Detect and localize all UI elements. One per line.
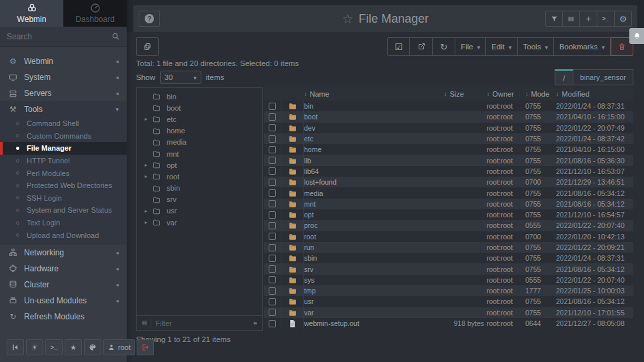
row-checkbox[interactable] xyxy=(269,287,276,295)
row-checkbox[interactable] xyxy=(269,233,276,240)
tree-item[interactable]: var xyxy=(137,217,262,228)
table-row[interactable]: bin root:root 0755 2022/01/24 - 08:37:31 xyxy=(264,101,633,111)
sidebar-item-refresh-modules[interactable]: ↻ Refresh Modules xyxy=(0,309,127,325)
tools-menu-button[interactable]: Tools xyxy=(518,37,554,56)
tree-expand-icon[interactable] xyxy=(145,116,153,122)
file-name[interactable]: media xyxy=(304,189,444,197)
file-name[interactable]: sys xyxy=(304,276,444,284)
table-row[interactable]: mnt root:root 0755 2021/08/16 - 05:34:12 xyxy=(264,199,633,209)
sidebar-item-webmin[interactable]: ⚙ Webmin ◂ xyxy=(0,53,127,69)
column-header-name[interactable]: Name xyxy=(304,90,444,98)
filter-button[interactable] xyxy=(545,11,563,27)
table-row[interactable]: root root:root 0700 2022/01/20 - 10:42:1… xyxy=(264,231,633,242)
columns-button[interactable] xyxy=(563,11,580,27)
sidebar-item-tools[interactable]: ⚒ Tools xyxy=(0,101,127,117)
table-row[interactable]: lib64 root:root 0755 2021/12/10 - 16:53:… xyxy=(264,166,633,177)
file-name[interactable]: srv xyxy=(304,265,444,273)
row-checkbox[interactable] xyxy=(269,255,276,262)
sidebar-subitem[interactable]: Protected Web Directories xyxy=(0,179,127,192)
logout-button[interactable] xyxy=(137,339,154,355)
tree-item[interactable]: sbin xyxy=(137,183,262,194)
table-row[interactable]: boot root:root 0755 2021/04/10 - 16:15:0… xyxy=(264,111,633,122)
row-checkbox[interactable] xyxy=(269,146,276,153)
row-checkbox[interactable] xyxy=(269,298,276,305)
row-checkbox[interactable] xyxy=(269,103,276,110)
tree-item[interactable]: media xyxy=(137,137,262,148)
tree-item[interactable]: opt xyxy=(137,159,262,171)
sidebar-subitem[interactable]: SSH Login xyxy=(0,192,127,205)
file-name[interactable]: usr xyxy=(304,297,444,305)
collapse-sidebar-button[interactable] xyxy=(7,339,24,355)
table-row[interactable]: home root:root 0755 2021/04/10 - 16:15:0… xyxy=(264,144,633,155)
row-checkbox[interactable] xyxy=(269,135,276,143)
table-row[interactable]: etc root:root 0755 2022/01/24 - 08:37:42 xyxy=(264,133,633,144)
row-checkbox[interactable] xyxy=(269,179,276,186)
table-row[interactable]: usr root:root 0755 2021/08/16 - 05:34:12 xyxy=(264,296,633,307)
file-name[interactable]: webmin-setup.out xyxy=(304,319,444,327)
table-row[interactable]: webmin-setup.out 918 bytes root:root 064… xyxy=(264,318,633,329)
tab-webmin[interactable]: Webmin xyxy=(0,0,63,27)
terminal-button[interactable]: >_ xyxy=(597,11,615,27)
file-name[interactable]: etc xyxy=(304,135,444,143)
row-checkbox[interactable] xyxy=(269,244,276,251)
tree-expand-icon[interactable] xyxy=(145,173,153,179)
row-checkbox[interactable] xyxy=(269,124,276,131)
tree-item[interactable]: bin xyxy=(137,91,262,102)
table-row[interactable]: sbin root:root 0755 2022/01/24 - 08:37:3… xyxy=(264,253,633,263)
bookmarks-menu-button[interactable]: Bookmarks xyxy=(554,37,611,56)
column-header-owner[interactable]: Owner xyxy=(487,90,525,98)
theme-brightness-button[interactable]: ☀ xyxy=(26,339,43,355)
refresh-button[interactable]: ↻ xyxy=(433,37,455,56)
copy-path-button[interactable] xyxy=(136,37,159,56)
row-checkbox[interactable] xyxy=(269,200,276,207)
row-checkbox[interactable] xyxy=(269,157,276,164)
path-segment[interactable]: binary_sensor xyxy=(573,69,633,85)
file-name[interactable]: bin xyxy=(304,102,444,110)
row-checkbox[interactable] xyxy=(269,320,276,327)
file-name[interactable]: run xyxy=(304,243,444,251)
sidebar-item-cluster[interactable]: Cluster ◂ xyxy=(0,277,127,293)
table-row[interactable]: media root:root 0755 2021/08/16 - 05:34:… xyxy=(264,187,633,198)
tree-expand-icon[interactable] xyxy=(145,208,153,214)
sidebar-item-hardware[interactable]: Hardware ◂ xyxy=(0,261,127,277)
file-name[interactable]: sbin xyxy=(304,254,444,262)
tree-item[interactable]: srv xyxy=(137,194,262,205)
edit-menu-button[interactable]: Edit xyxy=(486,37,517,56)
column-header-mode[interactable]: Mode xyxy=(525,90,556,98)
table-row[interactable]: var root:root 0755 2021/12/10 - 17:01:55 xyxy=(264,307,633,318)
tree-item[interactable]: usr xyxy=(137,205,262,217)
table-row[interactable]: srv root:root 0755 2021/08/16 - 05:34:12 xyxy=(264,263,633,274)
sidebar-subitem[interactable]: Text Login xyxy=(0,217,127,229)
file-name[interactable]: home xyxy=(304,145,444,153)
sidebar-item-system[interactable]: System ◂ xyxy=(0,69,127,85)
row-checkbox[interactable] xyxy=(269,276,276,283)
tree-item[interactable]: mnt xyxy=(137,148,262,159)
add-tab-button[interactable]: + xyxy=(580,11,597,27)
tree-filter-input[interactable] xyxy=(151,319,250,328)
tree-item[interactable]: etc xyxy=(137,113,262,125)
favorites-button[interactable]: ★ xyxy=(65,339,82,355)
tree-item[interactable]: root xyxy=(137,171,262,182)
file-name[interactable]: opt xyxy=(304,211,444,219)
folder-icon[interactable] xyxy=(253,319,257,327)
sidebar-subitem[interactable]: Custom Commands xyxy=(0,130,127,143)
row-checkbox[interactable] xyxy=(269,222,276,229)
sidebar-subitem[interactable]: System and Server Status xyxy=(0,204,127,217)
file-name[interactable]: var xyxy=(304,309,444,317)
tree-item[interactable]: home xyxy=(137,125,262,137)
file-name[interactable]: lost+found xyxy=(304,178,444,186)
file-name[interactable]: boot xyxy=(304,113,444,121)
file-name[interactable]: proc xyxy=(304,221,444,229)
sidebar-item-servers[interactable]: Servers ◂ xyxy=(0,85,127,101)
row-checkbox[interactable] xyxy=(269,211,276,219)
sidebar-subitem[interactable]: File Manager xyxy=(0,142,127,155)
sidebar-subitem[interactable]: HTTP Tunnel xyxy=(0,155,127,167)
file-name[interactable]: mnt xyxy=(304,200,444,208)
help-button[interactable]: ? xyxy=(139,11,160,27)
table-row[interactable]: run root:root 0755 2022/01/22 - 20:09:21 xyxy=(264,242,633,253)
select-all-button[interactable]: ☑ xyxy=(387,37,410,56)
export-button[interactable] xyxy=(410,37,433,56)
file-name[interactable]: lib xyxy=(304,157,444,165)
settings-button[interactable]: ⚙ xyxy=(615,11,632,27)
favorite-star-icon[interactable]: ☆ xyxy=(342,11,353,27)
